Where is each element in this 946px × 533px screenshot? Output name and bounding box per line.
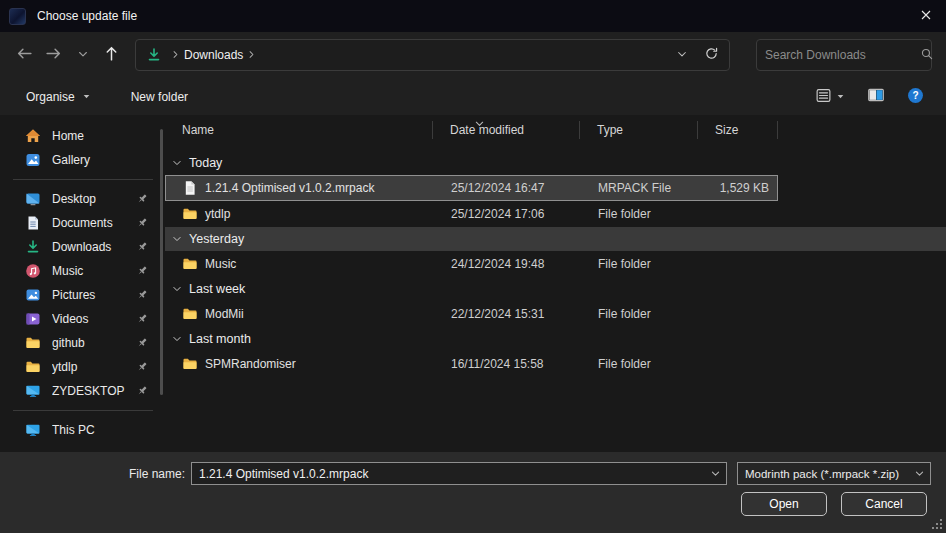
chevron-down-icon <box>908 468 930 479</box>
group-header-last-month[interactable]: Last month <box>165 327 946 351</box>
file-icon <box>182 180 198 196</box>
resize-grip[interactable] <box>932 519 942 529</box>
sidebar-item-home[interactable]: Home <box>0 124 165 148</box>
open-file-dialog: Choose update file <box>0 0 946 533</box>
chevDown-icon <box>172 158 182 168</box>
pin-icon <box>135 216 149 230</box>
group-label: Last month <box>189 332 251 346</box>
chevDown-icon <box>172 334 182 344</box>
forward-button[interactable] <box>39 40 68 70</box>
file-row[interactable]: ModMii22/12/2024 15:31File folder <box>165 301 778 327</box>
search-input[interactable] <box>765 48 920 62</box>
breadcrumb-chevron-icon <box>171 48 180 62</box>
file-list-pane: Name Date modified Type Size Today1.21.4… <box>165 115 946 452</box>
details-view-icon <box>815 87 832 107</box>
chevDown-icon <box>172 234 182 244</box>
cancel-button[interactable]: Cancel <box>841 492 927 516</box>
date-modified: 25/12/2024 17:06 <box>434 207 581 221</box>
back-button[interactable] <box>10 40 39 70</box>
file-type-value: Modrinth pack (*.mrpack *.zip) <box>738 468 908 480</box>
dialog-content: HomeGalleryDesktopDocumentsDownloadsMusi… <box>0 115 946 452</box>
new-folder-button[interactable]: New folder <box>123 85 196 109</box>
sidebar-item-ytdlp[interactable]: ytdlp <box>0 355 165 379</box>
file-name-input[interactable] <box>192 467 704 481</box>
file-size: 1,529 KB <box>699 181 779 195</box>
close-button[interactable] <box>906 0 946 32</box>
chevron-down-icon[interactable] <box>704 468 726 479</box>
group-header-yesterday[interactable]: Yesterday <box>165 227 946 251</box>
toolbar: Organise New folder <box>0 78 946 115</box>
sidebar-item-github[interactable]: github <box>0 331 165 355</box>
sidebar-item-gallery[interactable]: Gallery <box>0 148 165 172</box>
file-type: MRPACK File <box>581 181 699 195</box>
file-row[interactable]: Music24/12/2024 19:48File folder <box>165 251 778 277</box>
date-modified: 24/12/2024 19:48 <box>434 257 581 271</box>
address-bar[interactable]: Downloads <box>135 39 730 71</box>
group-label: Last week <box>189 282 245 296</box>
svg-text:?: ? <box>912 90 918 101</box>
pin-icon <box>135 264 149 278</box>
folder-icon <box>25 335 41 351</box>
sidebar-scrollbar[interactable] <box>160 129 163 395</box>
preview-pane-button[interactable] <box>863 82 889 111</box>
file-name-cell: SPMRandomiser <box>166 356 434 372</box>
file-row[interactable]: SPMRandomiser16/11/2024 15:58File folder <box>165 351 778 377</box>
breadcrumb-downloads[interactable]: Downloads <box>184 48 243 62</box>
sidebar-item-desktop[interactable]: Desktop <box>0 187 165 211</box>
sidebar-item-label: Gallery <box>52 153 165 167</box>
file-name-label: File name: <box>0 467 185 481</box>
app-icon <box>9 8 26 25</box>
sidebar-item-label: Downloads <box>52 240 135 254</box>
organise-label: Organise <box>26 90 75 104</box>
monitor-icon <box>25 422 41 438</box>
view-mode-button[interactable] <box>811 83 849 111</box>
sort-descending-icon <box>475 116 484 130</box>
file-type: File folder <box>581 257 699 271</box>
date-modified: 16/11/2024 15:58 <box>434 357 581 371</box>
file-name-combobox[interactable] <box>191 462 727 485</box>
sidebar-item-zydesktop[interactable]: ZYDESKTOP <box>0 379 165 403</box>
sidebar-item-label: Music <box>52 264 135 278</box>
breadcrumb-chevron-icon[interactable] <box>247 48 256 62</box>
column-header-type[interactable]: Type <box>580 115 698 145</box>
file-type-select[interactable]: Modrinth pack (*.mrpack *.zip) <box>737 462 931 485</box>
folder-icon <box>182 306 198 322</box>
recent-locations-button[interactable] <box>68 40 97 70</box>
folder-icon <box>182 356 198 372</box>
file-name: SPMRandomiser <box>205 357 296 371</box>
magnifier-icon[interactable] <box>920 47 934 64</box>
group-label: Today <box>189 156 222 170</box>
pin-icon <box>135 312 149 326</box>
sidebar-item-videos[interactable]: Videos <box>0 307 165 331</box>
refresh-icon[interactable] <box>704 46 719 64</box>
sidebar-item-label: Documents <box>52 216 135 230</box>
open-button[interactable]: Open <box>741 492 827 516</box>
file-row[interactable]: ytdlp25/12/2024 17:06File folder <box>165 201 778 227</box>
group-header-today[interactable]: Today <box>165 151 946 175</box>
column-header-size[interactable]: Size <box>698 115 778 145</box>
dropdown-triangle-icon <box>82 90 91 104</box>
sidebar-item-pictures[interactable]: Pictures <box>0 283 165 307</box>
up-button[interactable] <box>97 40 126 70</box>
search-box[interactable] <box>756 39 932 71</box>
file-row[interactable]: 1.21.4 Optimised v1.0.2.mrpack25/12/2024… <box>165 175 778 201</box>
sidebar-item-this-pc[interactable]: This PC <box>0 418 165 442</box>
up-arrow-icon <box>103 45 120 65</box>
sidebar-item-label: ZYDESKTOP <box>52 384 135 398</box>
sidebar-separator <box>13 179 153 180</box>
column-header-filler <box>778 115 946 145</box>
organise-button[interactable]: Organise <box>18 85 99 109</box>
address-dropdown-chevron-icon[interactable] <box>676 48 688 63</box>
sidebar-item-downloads[interactable]: Downloads <box>0 235 165 259</box>
sidebar-item-music[interactable]: Music <box>0 259 165 283</box>
documents-icon <box>25 215 41 231</box>
help-button[interactable]: ? <box>903 83 928 111</box>
column-header-date-modified[interactable]: Date modified <box>433 115 580 145</box>
sidebar-item-label: Desktop <box>52 192 135 206</box>
sidebar: HomeGalleryDesktopDocumentsDownloadsMusi… <box>0 115 165 452</box>
preview-pane-icon <box>867 86 885 107</box>
group-header-last-week[interactable]: Last week <box>165 277 946 301</box>
group-label: Yesterday <box>189 232 244 246</box>
column-header-name[interactable]: Name <box>165 115 433 145</box>
sidebar-item-documents[interactable]: Documents <box>0 211 165 235</box>
